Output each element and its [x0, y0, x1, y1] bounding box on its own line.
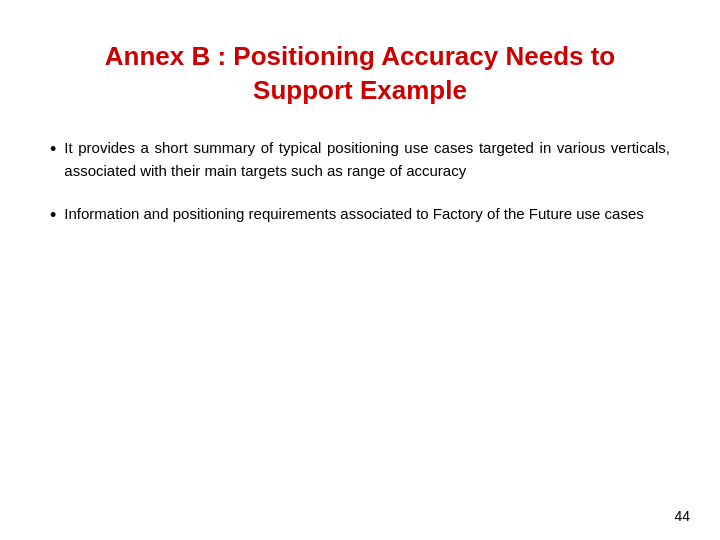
bullet-item-2: • Information and positioning requiremen… — [50, 202, 670, 228]
page-number: 44 — [674, 508, 690, 524]
slide-container: Annex B : Positioning Accuracy Needs to … — [0, 0, 720, 540]
bullet-dot-1: • — [50, 137, 56, 162]
slide-title: Annex B : Positioning Accuracy Needs to … — [50, 40, 670, 108]
bullet-points: • It provides a short summary of typical… — [50, 136, 670, 229]
bullet-text-1: It provides a short summary of typical p… — [64, 136, 670, 183]
bullet-item-1: • It provides a short summary of typical… — [50, 136, 670, 183]
bullet-text-2: Information and positioning requirements… — [64, 202, 670, 225]
slide-title-line2: Support Example — [50, 74, 670, 108]
slide-title-line1: Annex B : Positioning Accuracy Needs to — [50, 40, 670, 74]
bullet-dot-2: • — [50, 203, 56, 228]
